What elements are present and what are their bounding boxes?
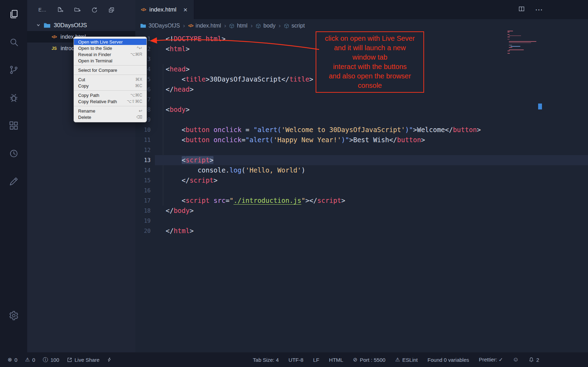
- menu-item-copy-relative-path[interactable]: Copy Relative Path⌥⇧⌘C: [74, 98, 146, 105]
- code-line[interactable]: 10 <button onclick = "alert('Welcome to …: [135, 125, 588, 135]
- status-label: LF: [313, 357, 319, 363]
- menu-item-open-in-terminal[interactable]: Open in Terminal: [74, 58, 146, 64]
- code-line[interactable]: 7: [135, 94, 588, 105]
- code-line[interactable]: 9: [135, 115, 588, 125]
- activity-bar: [0, 0, 27, 352]
- split-editor-icon[interactable]: [519, 6, 525, 13]
- refresh-icon[interactable]: [91, 7, 98, 13]
- tab-index-html[interactable]: </> index.html ×: [135, 0, 194, 19]
- line-content: <button onclick = "alert('Welcome to 30D…: [155, 125, 588, 135]
- code-line[interactable]: 19: [135, 216, 588, 226]
- settings-gear-icon[interactable]: [0, 301, 27, 329]
- code-line[interactable]: 20</html>: [135, 226, 588, 236]
- menu-item-cut[interactable]: Cut⌘X: [74, 76, 146, 83]
- status-html[interactable]: HTML: [329, 357, 343, 363]
- tab-bar: </> index.html × ⋯: [135, 0, 588, 19]
- status-label: Tab Size: 4: [253, 357, 279, 363]
- line-number: 18: [135, 206, 155, 216]
- menu-item-label: Open with Live Server: [78, 39, 123, 45]
- status-0[interactable]: ⚠0: [25, 357, 35, 363]
- breadcrumb-item-html[interactable]: html: [229, 23, 247, 29]
- code-line[interactable]: 12: [135, 145, 588, 155]
- bolt-icon: [107, 357, 112, 362]
- close-tab-icon[interactable]: ×: [183, 6, 188, 13]
- status-bolt-icon[interactable]: [107, 357, 112, 362]
- status-found-0-variables[interactable]: Found 0 variables: [428, 357, 469, 363]
- menu-item-rename[interactable]: Rename↩: [74, 108, 146, 114]
- js-file-icon: JS: [52, 46, 57, 51]
- menu-item-select-for-compare[interactable]: Select for Compare: [74, 67, 146, 73]
- status-smiley-icon[interactable]: ☺: [513, 356, 519, 363]
- status-lf[interactable]: LF: [313, 357, 319, 363]
- code-line[interactable]: 17 <script src="./introduction.js"></scr…: [135, 196, 588, 206]
- status-prettier[interactable]: Prettier: ✓: [479, 357, 503, 363]
- annotation-line: console: [317, 81, 423, 90]
- code-line[interactable]: 8<body>: [135, 105, 588, 115]
- menu-item-delete[interactable]: Delete⌫: [74, 114, 146, 120]
- tab-actions: ⋯: [519, 0, 543, 19]
- code-line[interactable]: 16: [135, 185, 588, 196]
- menu-item-copy[interactable]: Copy⌘C: [74, 83, 146, 89]
- minimap-line: [507, 53, 510, 54]
- breadcrumb-item-file[interactable]: </> index.html: [188, 23, 221, 29]
- breadcrumb-separator: ›: [251, 22, 253, 29]
- line-number: 11: [135, 135, 155, 145]
- menu-item-reveal-in-finder[interactable]: Reveal in Finder⌥⌘R: [74, 51, 146, 58]
- breadcrumb-item-body[interactable]: body: [256, 23, 276, 29]
- menu-item-label: Copy: [78, 83, 89, 89]
- menu-item-shortcut: ↩: [139, 108, 142, 113]
- line-content: [155, 115, 588, 125]
- source-control-icon[interactable]: [0, 56, 27, 84]
- menu-item-label: Rename: [78, 108, 95, 114]
- clock-icon[interactable]: [0, 139, 27, 167]
- code-line[interactable]: 18</body>: [135, 206, 588, 216]
- breadcrumb-item-folder[interactable]: 30DaysOfJS: [140, 23, 180, 29]
- minimap[interactable]: [507, 31, 540, 54]
- status-live-share[interactable]: Live Share: [67, 357, 100, 363]
- code-line[interactable]: 11 <button onclick="alert('Happy New Yea…: [135, 135, 588, 145]
- minimap-line: [507, 39, 510, 40]
- pen-icon[interactable]: [0, 167, 27, 195]
- explorer-icon[interactable]: [0, 0, 27, 28]
- minimap-line: [509, 49, 524, 50]
- line-content: <script src="./introduction.js"></script…: [155, 196, 588, 206]
- menu-item-label: Reveal in Finder: [78, 52, 111, 57]
- menu-item-label: Copy Relative Path: [78, 99, 117, 104]
- menu-item-open-to-the-side[interactable]: Open to the Side^↵: [74, 45, 146, 51]
- breadcrumb-item-script[interactable]: script: [284, 23, 305, 29]
- folder-item-30daysofjs[interactable]: 30DaysOfJS: [27, 20, 135, 31]
- annotation-box: click on open with Live Severand it will…: [316, 31, 424, 93]
- line-number: 12: [135, 145, 155, 155]
- new-folder-icon[interactable]: [74, 7, 81, 13]
- annotation-line: click on open with Live Sever: [317, 34, 423, 43]
- status-eslint[interactable]: ⚠ESLint: [395, 357, 418, 363]
- status-utf-8[interactable]: UTF-8: [288, 357, 303, 363]
- collapse-all-icon[interactable]: [108, 7, 115, 13]
- menu-item-open-with-live-server[interactable]: Open with Live Server: [74, 39, 146, 45]
- line-content: <script>: [155, 155, 588, 165]
- annotation-line: window tab: [317, 53, 423, 62]
- html-file-icon: </>: [141, 7, 146, 12]
- status-label: Live Share: [75, 357, 100, 363]
- minimap-line: [509, 47, 512, 48]
- line-content: console.log('Hello, World'): [155, 165, 588, 175]
- status-port-5500[interactable]: ⊘Port : 5500: [353, 357, 385, 363]
- folder-label: 30DaysOfJS: [54, 22, 87, 29]
- code-line[interactable]: 14 console.log('Hello, World'): [135, 165, 588, 175]
- code-line[interactable]: 15 </script>: [135, 175, 588, 185]
- debug-icon[interactable]: [0, 84, 27, 112]
- extensions-icon[interactable]: [0, 112, 27, 139]
- status-100[interactable]: ⓘ100: [43, 357, 59, 363]
- status-2[interactable]: 2: [529, 357, 539, 363]
- new-file-icon[interactable]: [57, 7, 63, 13]
- status-0[interactable]: ⊗0: [8, 357, 17, 363]
- search-icon[interactable]: [0, 28, 27, 56]
- symbol-cube-icon: [284, 23, 289, 29]
- status-tab-size-4[interactable]: Tab Size: 4: [253, 357, 279, 363]
- annotation-text: click on open with Live Severand it will…: [317, 34, 423, 90]
- more-actions-icon[interactable]: ⋯: [535, 5, 543, 14]
- code-line[interactable]: 13 <script>: [135, 155, 588, 165]
- explorer-title: E...: [38, 7, 46, 13]
- menu-item-shortcut: ⌘C: [135, 83, 142, 88]
- menu-item-copy-path[interactable]: Copy Path⌥⌘C: [74, 92, 146, 98]
